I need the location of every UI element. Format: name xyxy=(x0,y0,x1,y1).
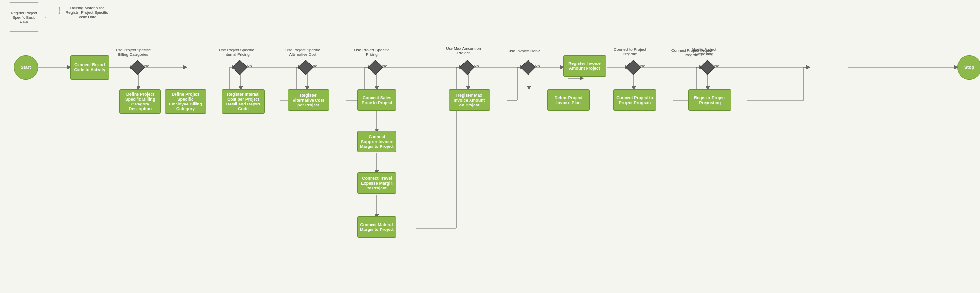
register-invoice-node[interactable]: Register Invoice Amount Project xyxy=(563,55,606,77)
connect-project-program-node[interactable]: Connect Project to Project Program xyxy=(613,89,656,111)
start-node[interactable]: Start xyxy=(14,55,38,80)
connect-sales-node[interactable]: Connect Sales Price to Project xyxy=(357,89,396,111)
register-internal-label: Register Internal Cost per Project Detai… xyxy=(224,92,262,111)
connect-supplier-node[interactable]: Connect Supplier Invoice Margin to Proje… xyxy=(357,131,396,152)
diamond8-label: Modify Project Preposting xyxy=(683,47,725,56)
connect-sales-label: Connect Sales Price to Project xyxy=(360,95,394,105)
register-specific-label: Register Project Specific Basic Data xyxy=(10,11,38,24)
training-note: Training Material for Register Project S… xyxy=(65,6,109,19)
diamond6-label: Use Invoice Plan? xyxy=(507,49,541,53)
connect-material-label: Connect Material Margin to Project xyxy=(360,222,394,232)
connect-supplier-label: Connect Supplier Invoice Margin to Proje… xyxy=(360,134,394,149)
connect-travel-node[interactable]: Connect Travel Expense Margin to Project xyxy=(357,172,396,194)
training-icon: ! xyxy=(58,5,61,16)
diamond5 xyxy=(462,62,472,73)
no-label-d2: No xyxy=(247,64,252,68)
register-internal-node[interactable]: Register Internal Cost per Project Detai… xyxy=(222,89,265,114)
register-max-label: Register Max Invoice Amount on Project xyxy=(451,93,488,107)
diamond7-label: Connect to Project Program xyxy=(608,47,651,56)
diamond2-label: Use Project Specific Internal Pricing xyxy=(215,48,258,57)
connect-travel-label: Connect Travel Expense Margin to Project xyxy=(360,176,394,190)
register-preposting-node[interactable]: Register Project Preposting xyxy=(688,89,731,111)
stop-node[interactable]: Stop xyxy=(957,55,980,80)
connect-report-node[interactable]: Connect Report Code to Activity xyxy=(70,55,109,80)
register-invoice-label: Register Invoice Amount Project xyxy=(566,61,604,71)
define-invoice-plan-label: Define Project Invoice Plan xyxy=(549,95,588,105)
diamond3-label: Use Project Specific Alternative Cost xyxy=(281,48,325,57)
no-label-d8: No xyxy=(714,64,719,68)
no-label-d5: No xyxy=(474,64,479,68)
diamond4-label: Use Project Specific Pricing xyxy=(351,48,392,57)
no-label-d4: No xyxy=(382,64,387,68)
register-alt-label: Register Alternative Cost per Project xyxy=(290,93,327,107)
diamond1-label: Use Project Specific Billing Categories xyxy=(111,48,155,57)
define-billing-cat-node[interactable]: Define Project Specific Employee Billing… xyxy=(165,89,206,114)
register-specific-node[interactable]: Register Project Specific Basic Data xyxy=(2,2,46,32)
diamond5-label: Use Max Amount on Project xyxy=(443,46,484,55)
diamond4 xyxy=(370,62,381,73)
diamond2 xyxy=(235,62,245,73)
diamond6 xyxy=(523,62,533,73)
no-label-d7: No xyxy=(640,64,645,68)
no-label-d3: No xyxy=(313,64,317,68)
diamond1 xyxy=(132,62,143,73)
register-max-node[interactable]: Register Max Invoice Amount on Project xyxy=(449,89,490,111)
register-preposting-label: Register Project Preposting xyxy=(691,95,729,105)
define-invoice-plan-node[interactable]: Define Project Invoice Plan xyxy=(547,89,590,111)
define-billing-desc-node[interactable]: Define Project Specific Billing Category… xyxy=(119,89,161,114)
define-billing-desc-label: Define Project Specific Billing Category… xyxy=(122,92,158,111)
start-label: Start xyxy=(21,65,31,70)
diamond8 xyxy=(702,62,713,73)
connect-project-program-label: Connect Project to Project Program xyxy=(616,95,654,105)
connect-material-node[interactable]: Connect Material Margin to Project xyxy=(357,216,396,238)
diamond7 xyxy=(628,62,639,73)
no-label-d6: No xyxy=(535,64,540,68)
no-label-d1: No xyxy=(144,64,149,68)
define-billing-cat-label: Define Project Specific Employee Billing… xyxy=(167,92,204,111)
connect-report-label: Connect Report Code to Activity xyxy=(73,63,107,72)
stop-label: Stop xyxy=(964,65,974,70)
register-alt-node[interactable]: Register Alternative Cost per Project xyxy=(288,89,329,111)
diamond3 xyxy=(300,62,311,73)
